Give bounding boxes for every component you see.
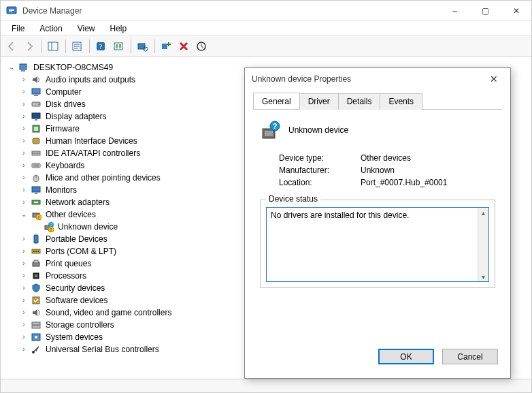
tab-driver[interactable]: Driver bbox=[299, 93, 339, 110]
statusbar bbox=[1, 379, 531, 392]
svg-text:!: ! bbox=[50, 227, 52, 232]
tree-category-label: Network adapters bbox=[44, 196, 110, 208]
window-titlebar: Device Manager – ▢ ✕ bbox=[1, 1, 531, 21]
tree-category-label: Security devices bbox=[44, 282, 105, 294]
tree-category-label: Software devices bbox=[44, 294, 107, 306]
svg-rect-38 bbox=[35, 193, 37, 194]
security-icon bbox=[31, 283, 41, 294]
tab-events[interactable]: Events bbox=[380, 93, 422, 110]
tree-category-label: Portable Devices bbox=[44, 233, 107, 245]
minimize-button[interactable]: – bbox=[439, 1, 470, 21]
svg-rect-28 bbox=[34, 127, 38, 131]
scroll-down-icon[interactable]: ▾ bbox=[479, 272, 488, 281]
svg-text:?: ? bbox=[99, 42, 103, 50]
tree-root-label: DESKTOP-O8CMS49 bbox=[32, 61, 113, 74]
svg-rect-59 bbox=[32, 322, 40, 325]
scroll-up-icon[interactable]: ▴ bbox=[479, 208, 488, 217]
menu-help[interactable]: Help bbox=[103, 22, 134, 35]
update-driver-icon[interactable] bbox=[193, 38, 210, 54]
chevron-right-icon[interactable]: › bbox=[20, 137, 28, 145]
unknown-icon: ?! bbox=[43, 221, 54, 232]
mouse-icon bbox=[31, 172, 41, 183]
chevron-right-icon[interactable]: › bbox=[20, 186, 28, 194]
dialog-close-button[interactable]: ✕ bbox=[484, 69, 503, 89]
unknown-device-icon: ? bbox=[260, 119, 282, 141]
chevron-down-icon[interactable]: ⌄ bbox=[7, 63, 16, 72]
chevron-right-icon[interactable]: › bbox=[20, 161, 28, 170]
chevron-right-icon[interactable]: › bbox=[20, 235, 28, 243]
printer-icon bbox=[31, 258, 41, 269]
tree-category-label: System devices bbox=[44, 331, 103, 343]
chevron-right-icon[interactable]: › bbox=[20, 100, 28, 108]
chevron-right-icon[interactable]: › bbox=[20, 296, 28, 304]
tree-category-label: Storage controllers bbox=[44, 319, 114, 331]
scan-hardware-icon[interactable] bbox=[134, 38, 150, 54]
device-status-group: Device status No drivers are installed f… bbox=[260, 200, 495, 288]
chevron-right-icon[interactable]: › bbox=[20, 88, 28, 96]
chevron-right-icon[interactable]: › bbox=[20, 198, 28, 206]
toolbar: ? bbox=[1, 36, 531, 57]
menu-view[interactable]: View bbox=[71, 22, 102, 35]
chevron-right-icon[interactable]: › bbox=[20, 333, 28, 341]
tree-category-label: Display adapters bbox=[44, 110, 106, 123]
tree-category-label: Sound, video and game controllers bbox=[44, 306, 171, 319]
device-status-text[interactable]: No drivers are installed for this device… bbox=[266, 207, 489, 282]
menu-file[interactable]: File bbox=[5, 22, 31, 35]
svg-rect-29 bbox=[33, 138, 39, 144]
chevron-down-icon[interactable]: ⌄ bbox=[20, 210, 28, 219]
help-icon[interactable]: ? bbox=[93, 38, 109, 54]
svg-rect-12 bbox=[114, 43, 122, 50]
toolbar-sep bbox=[131, 40, 131, 53]
chevron-right-icon[interactable]: › bbox=[20, 284, 28, 292]
tab-general[interactable]: General bbox=[253, 93, 300, 109]
back-icon[interactable] bbox=[3, 38, 20, 54]
tree-category-label: Computer bbox=[44, 86, 82, 98]
tab-details[interactable]: Details bbox=[338, 93, 381, 110]
display-icon bbox=[31, 111, 41, 122]
tree-category-label: Monitors bbox=[44, 184, 77, 196]
chevron-right-icon[interactable]: › bbox=[20, 272, 28, 280]
add-legacy-icon[interactable] bbox=[158, 38, 174, 54]
chevron-right-icon[interactable]: › bbox=[20, 309, 28, 317]
spacer bbox=[32, 223, 40, 231]
maximize-button[interactable]: ▢ bbox=[470, 1, 501, 21]
chevron-right-icon[interactable]: › bbox=[20, 321, 28, 329]
dialog-titlebar: Unknown device Properties ✕ bbox=[245, 68, 510, 90]
tree-category-label: Universal Serial Bus controllers bbox=[44, 343, 159, 356]
event-viewer-icon[interactable] bbox=[110, 38, 127, 54]
chevron-right-icon[interactable]: › bbox=[20, 112, 28, 121]
value-device-type: Other devices bbox=[361, 153, 411, 163]
chevron-right-icon[interactable]: › bbox=[20, 260, 28, 268]
close-button[interactable]: ✕ bbox=[501, 1, 531, 21]
menu-action[interactable]: Action bbox=[33, 22, 69, 35]
status-scrollbar[interactable]: ▴ ▾ bbox=[478, 208, 488, 281]
dialog-device-name: Unknown device bbox=[288, 125, 348, 135]
svg-rect-22 bbox=[34, 95, 38, 96]
chevron-right-icon[interactable]: › bbox=[20, 247, 28, 255]
ok-button[interactable]: OK bbox=[378, 349, 434, 364]
tree-category-label: Processors bbox=[44, 270, 86, 282]
properties-icon[interactable] bbox=[69, 38, 85, 54]
chevron-right-icon[interactable]: › bbox=[20, 149, 28, 157]
tabstrip: General Driver Details Events bbox=[253, 93, 502, 110]
portable-icon bbox=[31, 234, 41, 245]
chevron-right-icon[interactable]: › bbox=[20, 174, 28, 182]
svg-point-53 bbox=[37, 251, 39, 252]
svg-point-51 bbox=[33, 251, 35, 252]
svg-rect-1 bbox=[9, 9, 14, 10]
other-icon: ! bbox=[31, 209, 41, 220]
cancel-button[interactable]: Cancel bbox=[442, 349, 498, 364]
show-hide-tree-icon[interactable] bbox=[45, 38, 61, 54]
forward-icon[interactable] bbox=[21, 38, 37, 54]
hid-icon bbox=[31, 136, 41, 146]
uninstall-icon[interactable] bbox=[176, 38, 192, 54]
computer-icon bbox=[31, 87, 41, 97]
storage-icon bbox=[31, 319, 41, 330]
chevron-right-icon[interactable]: › bbox=[20, 345, 28, 353]
monitor-icon bbox=[31, 185, 41, 195]
chevron-right-icon[interactable]: › bbox=[20, 125, 28, 133]
disk-icon bbox=[31, 99, 41, 110]
chevron-right-icon[interactable]: › bbox=[20, 76, 28, 84]
ports-icon bbox=[31, 246, 41, 257]
device-status-legend: Device status bbox=[266, 194, 320, 204]
